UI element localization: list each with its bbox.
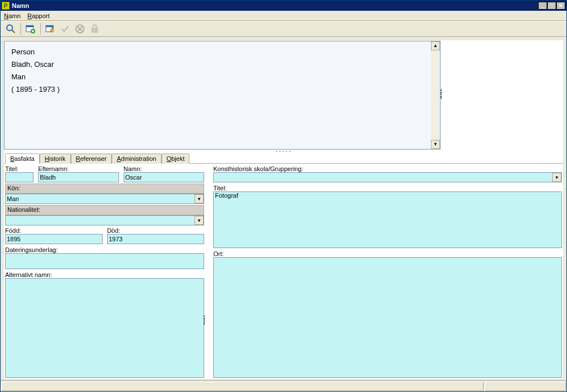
summary-panel: Person Bladh, Oscar Man ( 1895 - 1973 ) … <box>4 41 441 150</box>
summary-side-panel <box>444 41 563 150</box>
cancel-icon <box>73 23 87 35</box>
titel2-field[interactable] <box>213 191 562 248</box>
konsthist-dropdown-icon[interactable]: ▼ <box>552 173 561 182</box>
konsthist-combo[interactable] <box>213 172 562 182</box>
minimize-button[interactable]: _ <box>538 2 547 10</box>
tab-basfakta[interactable]: Basfakta <box>5 154 40 164</box>
summary-dates: ( 1895 - 1973 ) <box>11 83 433 96</box>
new-record-icon[interactable] <box>24 23 37 35</box>
label-alternativt: Alternativt namn: <box>5 271 204 278</box>
dod-field[interactable] <box>107 234 205 244</box>
svg-rect-12 <box>92 28 98 32</box>
lock-icon <box>88 23 101 35</box>
nationalitet-dropdown-icon[interactable]: ▼ <box>194 216 204 225</box>
label-efternamn: Efternamn: <box>38 165 119 172</box>
label-dod: Död: <box>107 227 205 234</box>
kon-combo[interactable] <box>5 194 204 204</box>
tab-body: Titel: Efternamn: Namn: Kön: ▼ Nationali… <box>4 163 563 379</box>
summary-name: Bladh, Oscar <box>11 58 433 71</box>
label-nationalitet: Nationalitet: <box>5 205 204 215</box>
scroll-down-icon[interactable]: ▼ <box>431 140 440 149</box>
scroll-up-icon[interactable]: ▲ <box>431 41 440 50</box>
alternativt-field[interactable] <box>5 278 204 378</box>
ort-field[interactable] <box>213 257 562 378</box>
nationalitet-combo[interactable] <box>5 215 204 225</box>
svg-point-0 <box>7 25 12 31</box>
tab-objekt[interactable]: Objekt <box>162 154 190 164</box>
summary-scrollbar[interactable]: ▲ ▼ <box>431 41 440 149</box>
menu-namn[interactable]: Namn <box>4 12 20 19</box>
label-kon: Kön: <box>5 184 204 194</box>
label-ort: Ort: <box>213 250 562 257</box>
label-titel2: Titel: <box>213 184 562 191</box>
label-konsthist: Konsthistorisk skola/Gruppering: <box>213 165 562 172</box>
label-dateringsunderlag: Dateringsunderlag: <box>5 246 204 253</box>
search-icon[interactable] <box>4 23 18 35</box>
svg-rect-3 <box>26 25 33 27</box>
maximize-button[interactable]: □ <box>547 2 556 10</box>
content-area: Person Bladh, Oscar Man ( 1895 - 1973 ) … <box>4 40 563 379</box>
titel-field[interactable] <box>5 172 33 182</box>
kon-dropdown-icon[interactable]: ▼ <box>194 194 204 203</box>
menu-rapport[interactable]: Rapport <box>27 12 49 19</box>
tab-referenser[interactable]: Referenser <box>71 154 112 164</box>
toolbar <box>1 21 566 37</box>
efternamn-field[interactable] <box>38 172 119 182</box>
tab-strip: Basfakta Historik Referenser Administrat… <box>4 153 563 163</box>
tab-historik[interactable]: Historik <box>40 154 71 164</box>
splitter-grip-icon[interactable] <box>441 90 443 99</box>
dateringsunderlag-field[interactable] <box>5 253 204 269</box>
namn-field[interactable] <box>124 172 204 182</box>
close-button[interactable]: ✕ <box>556 2 565 10</box>
status-cell-main <box>1 382 484 391</box>
fodd-field[interactable] <box>5 234 103 244</box>
status-cell-right <box>485 382 566 391</box>
label-titel: Titel: <box>5 165 33 172</box>
status-bar <box>1 380 566 391</box>
app-icon: P <box>2 2 10 10</box>
label-fodd: Född: <box>5 227 103 234</box>
menu-bar: Namn Rapport <box>1 11 566 21</box>
summary-type: Person <box>11 46 433 58</box>
tab-administration[interactable]: Administration <box>112 154 162 164</box>
window-title: Namn <box>12 2 538 9</box>
vertical-splitter-icon[interactable] <box>204 316 206 325</box>
confirm-icon <box>58 23 72 35</box>
svg-line-1 <box>12 30 15 33</box>
edit-icon[interactable] <box>44 23 57 35</box>
title-bar: P Namn _ □ ✕ <box>1 1 566 11</box>
label-namn: Namn: <box>124 165 204 172</box>
summary-gender: Man <box>11 71 433 83</box>
